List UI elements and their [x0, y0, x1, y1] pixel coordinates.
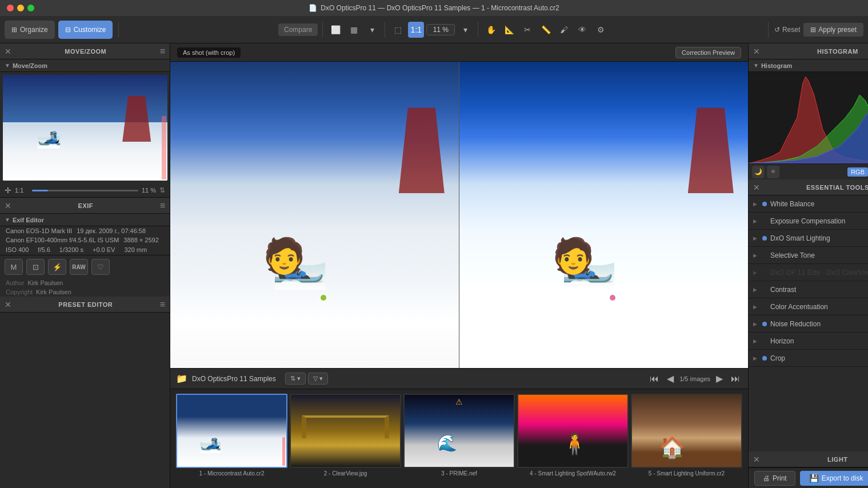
apply-preset-button[interactable]: ⊞ Apply preset: [803, 23, 863, 37]
measure-button[interactable]: 📏: [538, 22, 554, 38]
eye-button[interactable]: 👁: [574, 22, 590, 38]
exif-heart-btn[interactable]: ♡: [91, 259, 110, 275]
filter-chevron: ▾: [319, 375, 323, 382]
exif-menu[interactable]: ≡: [160, 201, 165, 211]
toolbar: ⊞ Organize ⊟ Customize Compare ⬜ ▦ ▾ ⬚ 1…: [0, 16, 868, 43]
histogram-chart: R▸ G▸ B▸: [749, 72, 868, 163]
tool-noise-reduction[interactable]: ▶ Noise Reduction Auto ?: [749, 315, 868, 333]
organize-button[interactable]: ⊞ Organize: [5, 21, 55, 39]
sep3: [385, 22, 385, 38]
move-zoom-panel: ▼ Move/Zoom 🎿 ✛ 1:1 1: [0, 59, 170, 198]
zoom-stepper[interactable]: ⇅: [159, 186, 165, 194]
layout-icon: ▦: [350, 25, 358, 34]
hist-sun-btn[interactable]: ☀: [767, 166, 779, 178]
tool-exposure[interactable]: ▶ Exposure Compensation ?: [749, 213, 868, 230]
exif-mode-m[interactable]: M: [5, 259, 23, 275]
move-zoom-header: ✕ MOVE/ZOOM ≡: [0, 43, 170, 59]
exif-camera-row: Canon EOS-1D Mark III 19 дек. 2009 г., 0…: [0, 226, 170, 235]
maximize-button[interactable]: [27, 5, 34, 11]
compare-button[interactable]: Compare: [278, 23, 318, 36]
light-section: ✕ LIGHT ≡: [749, 451, 868, 467]
chevron-hist: ▼: [753, 62, 759, 69]
tool-horizon[interactable]: ▶ Horizon ?: [749, 333, 868, 350]
preset-close[interactable]: ✕: [5, 300, 11, 309]
tool-contrast[interactable]: ▶ Contrast ?: [749, 281, 868, 298]
preview-image[interactable]: 🎿: [3, 75, 167, 181]
hist-moon-btn[interactable]: 🌙: [752, 166, 765, 178]
crop-tool-button[interactable]: ✂: [519, 22, 535, 38]
exif-lens-row: Canon EF100-400mm f/4.5-5.6L IS USM 3888…: [0, 235, 170, 245]
film-first-btn[interactable]: ⏮: [647, 373, 661, 385]
exif-flash-btn[interactable]: ⚡: [48, 259, 66, 275]
filmstrip-item-4[interactable]: 🧍 4 - Smart Lighting SpotWAuto.rw2: [517, 394, 629, 477]
fit-image-button[interactable]: ⬜: [327, 22, 343, 38]
film-last-btn[interactable]: ⏭: [729, 373, 742, 385]
exif-raw-btn[interactable]: RAW: [70, 259, 88, 275]
canvas-toolbar: As shot (with crop) Correction Preview: [170, 43, 748, 62]
move-zoom-menu[interactable]: ≡: [160, 46, 165, 57]
preset-menu[interactable]: ≡: [160, 299, 165, 310]
dot-ca: [762, 305, 767, 309]
filter-button[interactable]: ▽ ▾: [308, 373, 328, 385]
filmstrip-item-5[interactable]: 🏠 5 - Smart Lighting Uniform.cr2: [631, 394, 742, 477]
exif-close[interactable]: ✕: [5, 201, 11, 210]
chevron-sl: ▶: [753, 235, 759, 241]
chevron-ca: ▶: [753, 304, 759, 310]
straighten-button[interactable]: 📐: [501, 22, 517, 38]
canvas-area: As shot (with crop) Correction Preview 🎿…: [170, 43, 748, 488]
correction-preview-btn[interactable]: Correction Preview: [675, 47, 741, 58]
exif-section-header: ▼ Exif Editor: [0, 214, 170, 226]
filmstrip-item-1[interactable]: 🎿 1 - Microcontrast Auto.cr2: [176, 394, 287, 477]
tools-close[interactable]: ✕: [753, 183, 760, 192]
after-image[interactable]: 🎿 🧑: [459, 62, 748, 368]
reset-button[interactable]: ↺ Reset: [774, 26, 800, 34]
histogram-panel: ✕ HISTOGRAM ≡ ▼ Histogram R▸ G▸ B▸: [749, 43, 868, 179]
brush-button[interactable]: 🖌: [556, 22, 572, 38]
tool-crop[interactable]: ▶ Crop Auto ?: [749, 350, 868, 367]
light-header: ✕ LIGHT ≡: [749, 451, 868, 467]
crop-button[interactable]: ⬚: [390, 22, 406, 38]
essential-tools-list: ▶ White Balance ? ▶ Exposure Compensatio…: [749, 195, 868, 451]
move-zoom-close[interactable]: ✕: [5, 47, 11, 56]
zoom-dropdown[interactable]: ▾: [457, 22, 473, 38]
before-image[interactable]: 🎿 🧑: [170, 62, 459, 368]
print-button[interactable]: 🖨 Print: [754, 471, 795, 486]
toolbar-right: ↺ Reset ⊞ Apply preset: [766, 22, 863, 38]
layout-dropdown[interactable]: ▾: [364, 22, 380, 38]
exif-metering-btn[interactable]: ⊡: [26, 259, 45, 275]
hist-tab-rgb[interactable]: RGB: [847, 167, 868, 177]
zoom-1-1-button[interactable]: 1:1: [408, 22, 424, 38]
light-close[interactable]: ✕: [753, 455, 760, 464]
tool-white-balance[interactable]: ▶ White Balance ?: [749, 195, 868, 213]
tool-selective-tone[interactable]: ▶ Selective Tone ?: [749, 247, 868, 264]
sort-button[interactable]: ⇅ ▾: [285, 373, 306, 385]
dot-st: [762, 253, 767, 258]
reset-icon: ↺: [774, 26, 780, 34]
folder-icon: 📁: [176, 373, 187, 384]
export-icon: 💾: [809, 474, 819, 483]
tool-smart-lighting[interactable]: ▶ DxO Smart Lighting ?: [749, 230, 868, 247]
filmstrip-item-2[interactable]: 2 - ClearView.jpg: [290, 394, 401, 477]
hand-tool-button[interactable]: ✋: [483, 22, 499, 38]
dot-cv: [762, 270, 767, 275]
histogram-close[interactable]: ✕: [753, 47, 760, 56]
chevron-con: ▶: [753, 287, 759, 293]
tool-clearview[interactable]: ▶ DxO OP 11 Elite - DxO ClearView: [749, 264, 868, 281]
film-prev-btn[interactable]: ◀: [665, 372, 676, 385]
title-bar: 📄 DxO OpticsPro 11 — DxO OpticsPro 11 Sa…: [0, 0, 868, 16]
preset-icon: ⊞: [810, 26, 816, 34]
bottom-bar: 🖨 Print 💾 Export to disk ▶: [749, 467, 868, 488]
histogram-header: ✕ HISTOGRAM ≡: [749, 43, 868, 59]
export-button[interactable]: 💾 Export to disk: [800, 471, 868, 486]
zoom-slider[interactable]: [32, 190, 138, 191]
customize-button[interactable]: ⊟ Customize: [58, 21, 113, 39]
tool-color-accent[interactable]: ▶ Color Accentuation ?: [749, 298, 868, 315]
minimize-button[interactable]: [17, 5, 24, 11]
layout-button[interactable]: ▦: [346, 22, 362, 38]
close-button[interactable]: [7, 5, 14, 11]
settings-button[interactable]: ⚙: [593, 22, 609, 38]
film-next-btn[interactable]: ▶: [714, 372, 725, 385]
chevron-exif: ▼: [5, 217, 10, 223]
chevron-nr: ▶: [753, 321, 759, 327]
filmstrip-item-3[interactable]: ⚠ 🌊 3 - PRIME.nef: [403, 394, 515, 477]
